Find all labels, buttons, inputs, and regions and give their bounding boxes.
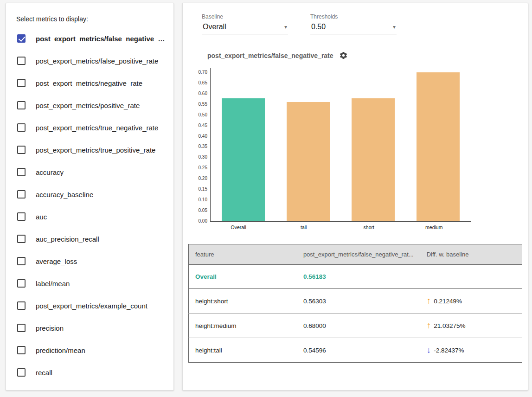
value-cell: 0.68000 bbox=[297, 314, 420, 338]
settings-gear-icon[interactable] bbox=[339, 51, 348, 60]
diff-value: 0.21249% bbox=[434, 298, 462, 305]
results-panel: Baseline Overall ▾ Thresholds 0.50 ▾ pos… bbox=[182, 3, 528, 391]
metric-label: post_export_metrics/true_positive_rate bbox=[36, 146, 155, 154]
metric-label: accuracy_baseline bbox=[36, 191, 93, 198]
checkbox-unchecked-icon[interactable] bbox=[17, 57, 26, 65]
metric-checkbox-item[interactable]: auc bbox=[14, 205, 165, 228]
y-tick-label: 0.50 bbox=[199, 113, 207, 117]
value-cell: 0.56303 bbox=[297, 289, 420, 314]
metric-checkbox-item[interactable]: post_export_metrics/false_negative_r... bbox=[14, 27, 165, 50]
bar-Overall[interactable] bbox=[222, 98, 265, 221]
metric-list: post_export_metrics/false_negative_r...p… bbox=[14, 27, 165, 384]
metric-label: post_export_metrics/true_negative_rate bbox=[36, 124, 158, 132]
table-row[interactable]: height:tall0.54596↓-2.82437% bbox=[189, 338, 522, 363]
chart-y-axis: 0.700.650.600.550.500.450.400.350.300.25… bbox=[192, 68, 210, 222]
metric-checkbox-item[interactable]: post_export_metrics/negative_rate bbox=[14, 72, 165, 94]
metric-label: precision bbox=[36, 324, 64, 332]
metric-checkbox-item[interactable]: accuracy bbox=[14, 161, 165, 183]
metric-label: auc bbox=[36, 213, 47, 221]
y-tick-label: 0.65 bbox=[199, 81, 207, 85]
metric-checkbox-item[interactable]: post_export_metrics/true_positive_rate bbox=[14, 139, 165, 161]
bar-slot bbox=[406, 68, 471, 221]
diff-cell bbox=[420, 265, 522, 289]
table-row[interactable]: Overall0.56183 bbox=[189, 265, 522, 289]
metric-checkbox-item[interactable]: post_export_metrics/example_count bbox=[14, 295, 165, 317]
y-tick-label: 0.70 bbox=[199, 70, 207, 75]
checkbox-checked-icon[interactable] bbox=[17, 34, 26, 43]
metric-label: average_loss bbox=[36, 257, 77, 265]
page: Select metrics to display: post_export_m… bbox=[0, 0, 532, 397]
down-arrow-icon: ↓ bbox=[427, 346, 431, 354]
checkbox-unchecked-icon[interactable] bbox=[17, 212, 26, 221]
value-cell: 0.54596 bbox=[297, 338, 420, 363]
y-tick-label: 0.05 bbox=[199, 208, 207, 213]
metric-checkbox-item[interactable]: average_loss bbox=[14, 250, 165, 272]
chevron-down-icon: ▾ bbox=[284, 24, 287, 30]
y-tick-label: 0.30 bbox=[199, 155, 207, 160]
metric-label: accuracy bbox=[36, 168, 64, 176]
bar-tall[interactable] bbox=[287, 102, 330, 221]
up-arrow-icon: ↑ bbox=[427, 322, 431, 329]
table-row[interactable]: height:medium0.68000↑21.03275% bbox=[189, 314, 522, 338]
table-column-header: post_export_metrics/false_negative_rat..… bbox=[297, 244, 420, 265]
bar-chart: 0.700.650.600.550.500.450.400.350.300.25… bbox=[192, 68, 471, 222]
diff-value: 21.03275% bbox=[434, 322, 465, 329]
checkbox-unchecked-icon[interactable] bbox=[17, 346, 26, 354]
metric-label: post_export_metrics/example_count bbox=[36, 302, 147, 310]
metric-checkbox-item[interactable]: label/mean bbox=[14, 272, 165, 295]
y-tick-label: 0.35 bbox=[199, 144, 207, 149]
metric-label: auc_precision_recall bbox=[36, 235, 99, 243]
value-cell: 0.56183 bbox=[297, 265, 420, 289]
metric-checkbox-item[interactable]: precision bbox=[14, 317, 165, 339]
up-arrow-icon: ↑ bbox=[427, 297, 431, 305]
checkbox-unchecked-icon[interactable] bbox=[17, 101, 26, 109]
checkbox-unchecked-icon[interactable] bbox=[17, 301, 26, 310]
checkbox-unchecked-icon[interactable] bbox=[17, 257, 26, 265]
checkbox-unchecked-icon[interactable] bbox=[17, 190, 26, 198]
checkbox-unchecked-icon[interactable] bbox=[17, 168, 26, 176]
checkbox-unchecked-icon[interactable] bbox=[17, 123, 26, 132]
metric-label: prediction/mean bbox=[36, 346, 85, 354]
chart-header: post_export_metrics/false_negative_rate bbox=[207, 51, 522, 60]
metric-checkbox-item[interactable]: post_export_metrics/positive_rate bbox=[14, 94, 165, 116]
checkbox-unchecked-icon[interactable] bbox=[17, 368, 26, 377]
y-tick-label: 0.00 bbox=[199, 219, 207, 224]
chart-x-axis: Overalltallshortmedium bbox=[206, 222, 467, 230]
metric-checkbox-item[interactable]: auc_precision_recall bbox=[14, 228, 165, 250]
y-tick-label: 0.25 bbox=[199, 166, 207, 170]
diff-cell: ↑21.03275% bbox=[420, 314, 522, 338]
y-tick-label: 0.45 bbox=[199, 123, 207, 128]
y-tick-label: 0.10 bbox=[199, 198, 207, 202]
thresholds-select[interactable]: Thresholds 0.50 ▾ bbox=[310, 13, 397, 34]
checkbox-unchecked-icon[interactable] bbox=[17, 235, 26, 243]
y-tick-label: 0.15 bbox=[199, 187, 207, 192]
chart-title: post_export_metrics/false_negative_rate bbox=[207, 52, 333, 59]
x-tick-label: tall bbox=[271, 224, 337, 230]
baseline-select[interactable]: Baseline Overall ▾ bbox=[202, 13, 288, 34]
bar-medium[interactable] bbox=[417, 72, 460, 221]
checkbox-unchecked-icon[interactable] bbox=[17, 146, 26, 154]
checkbox-unchecked-icon[interactable] bbox=[17, 279, 26, 288]
y-tick-label: 0.20 bbox=[199, 176, 207, 181]
metric-checkbox-item[interactable]: prediction/mean bbox=[14, 339, 165, 361]
chevron-down-icon: ▾ bbox=[393, 24, 396, 30]
metric-label: post_export_metrics/positive_rate bbox=[36, 102, 140, 109]
metric-label: label/mean bbox=[36, 280, 70, 288]
checkbox-unchecked-icon[interactable] bbox=[17, 79, 26, 87]
metric-checkbox-item[interactable]: recall bbox=[14, 361, 165, 384]
baseline-select-label: Baseline bbox=[202, 13, 288, 20]
table-row[interactable]: height:short0.56303↑0.21249% bbox=[189, 289, 522, 314]
bar-short[interactable] bbox=[352, 98, 395, 221]
metric-label: post_export_metrics/false_negative_r... bbox=[36, 35, 165, 43]
table-header-row: featurepost_export_metrics/false_negativ… bbox=[189, 244, 522, 265]
metric-checkbox-item[interactable]: post_export_metrics/false_positive_rate bbox=[14, 50, 165, 72]
metric-checkbox-item[interactable]: accuracy_baseline bbox=[14, 183, 165, 205]
metric-label: post_export_metrics/negative_rate bbox=[36, 79, 142, 87]
metric-checkbox-item[interactable]: post_export_metrics/true_negative_rate bbox=[14, 116, 165, 139]
y-tick-label: 0.60 bbox=[199, 91, 207, 96]
bar-slot bbox=[341, 68, 406, 221]
checkbox-unchecked-icon[interactable] bbox=[17, 324, 26, 332]
feature-cell: height:medium bbox=[189, 314, 297, 338]
metric-selector-title: Select metrics to display: bbox=[14, 15, 165, 23]
x-tick-label: medium bbox=[402, 224, 467, 230]
